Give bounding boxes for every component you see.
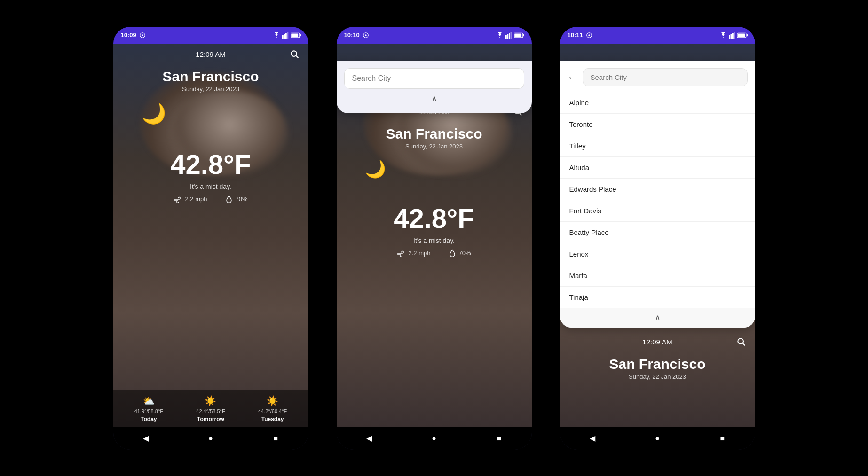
humidity-value-2: 70%: [458, 250, 471, 257]
svg-line-10: [296, 55, 298, 58]
city-item-edwards-place[interactable]: Edwards Place: [560, 179, 755, 200]
search-box-2[interactable]: [344, 68, 524, 89]
battery-icon-1: [291, 32, 301, 38]
battery-icon-2: [514, 32, 524, 38]
city-item-toronto[interactable]: Toronto: [560, 114, 755, 135]
status-bar-2: 10:10: [337, 27, 532, 44]
city-name-3: San Francisco: [569, 356, 746, 372]
status-icons-2: [496, 32, 524, 39]
signal-icon-2: [505, 32, 512, 39]
forecast-today: ⛅ 41.9°/58.8°F Today: [134, 395, 163, 422]
svg-point-31: [738, 338, 743, 344]
search-input-2[interactable]: [352, 74, 516, 83]
nav-back-2[interactable]: ◀: [362, 431, 376, 445]
svg-rect-4: [285, 33, 287, 38]
search-input-3[interactable]: [583, 68, 748, 86]
city-item-fort-davis[interactable]: Fort Davis: [560, 200, 755, 222]
svg-point-9: [291, 51, 297, 56]
city-list-3: Alpine Toronto Titley Altuda Edwards Pla…: [560, 92, 755, 308]
nav-home-2[interactable]: ●: [427, 431, 441, 445]
svg-point-1: [142, 34, 143, 36]
city-item-beatty-place[interactable]: Beatty Place: [560, 222, 755, 243]
svg-rect-25: [730, 34, 732, 38]
nav-back-3[interactable]: ◀: [585, 431, 600, 445]
weather-time-3: 12:09 AM: [642, 338, 672, 346]
back-button-3[interactable]: ←: [568, 72, 577, 83]
city-item-titley[interactable]: Titley: [560, 135, 755, 157]
status-left-3: 10:11: [568, 31, 592, 39]
search-results-overlay-3: ← Alpine Toronto Titley Altuda Edwards P…: [560, 61, 755, 328]
nav-home-3[interactable]: ●: [650, 431, 664, 445]
svg-rect-16: [510, 32, 512, 38]
weather-top-row-1: 12:09 AM: [123, 47, 299, 61]
city-item-tinaja[interactable]: Tinaja: [560, 287, 755, 308]
status-left-2: 10:10: [344, 31, 369, 39]
svg-rect-24: [729, 35, 730, 39]
target-icon-2: [363, 32, 369, 39]
phone-2: 10:10 ∧ 12:09 AM: [337, 27, 532, 450]
weather-desc-1: It's a mist day.: [123, 183, 299, 190]
city-item-altuda[interactable]: Altuda: [560, 157, 755, 179]
nav-recents-2[interactable]: ■: [492, 431, 506, 445]
nav-back-1[interactable]: ◀: [139, 431, 153, 445]
target-icon-3: [586, 32, 592, 39]
search-button-3[interactable]: [736, 337, 746, 349]
status-bar-1: 10:09: [113, 27, 308, 44]
status-time-2: 10:10: [344, 31, 360, 39]
svg-line-21: [519, 113, 521, 115]
forecast-icon-today: ⛅: [143, 395, 155, 406]
wind-value-2: 2.2 mph: [408, 250, 430, 257]
search-header-3: ←: [560, 61, 755, 92]
city-date-3: Sunday, 22 Jan 2023: [569, 373, 746, 380]
status-icons-3: [719, 32, 748, 39]
temperature-1: 42.8°F: [123, 148, 299, 180]
svg-rect-29: [738, 33, 745, 37]
svg-point-12: [365, 34, 367, 36]
signal-icon-1: [282, 32, 289, 39]
weather-content-1: 12:09 AM San Francisco Sunday, 22 Jan 20…: [113, 44, 308, 427]
city-item-marfa[interactable]: Marfa: [560, 265, 755, 287]
svg-point-23: [588, 34, 590, 36]
forecast-icon-tuesday: ☀️: [267, 395, 278, 406]
weather-stats-2: 2.2 mph 70%: [346, 249, 522, 258]
humidity-icon-1: [226, 195, 232, 203]
target-icon-1: [139, 32, 146, 39]
nav-recents-3[interactable]: ■: [715, 431, 729, 445]
phone-1: 10:09 12:09 AM San Francisco: [113, 27, 308, 450]
battery-icon-3: [737, 32, 748, 38]
temperature-2: 42.8°F: [346, 203, 522, 234]
wind-icon-1: [174, 196, 182, 203]
status-icons-1: [273, 32, 301, 39]
svg-rect-19: [523, 34, 524, 36]
collapse-handle-2[interactable]: ∧: [431, 94, 437, 104]
nav-home-1[interactable]: ●: [204, 431, 218, 445]
nav-recents-1[interactable]: ■: [268, 431, 283, 445]
svg-rect-14: [507, 34, 508, 38]
moon-icon-area-1: 🌙: [123, 102, 299, 125]
humidity-stat-2: 70%: [449, 249, 471, 258]
svg-line-32: [742, 343, 745, 345]
nav-bar-3: ◀ ● ■: [560, 427, 755, 450]
svg-rect-27: [734, 32, 735, 38]
svg-rect-8: [300, 34, 300, 36]
svg-rect-15: [509, 33, 510, 38]
wifi-icon-3: [719, 32, 727, 39]
city-name-2: San Francisco: [346, 126, 522, 142]
weather-screen-1: 12:09 AM San Francisco Sunday, 22 Jan 20…: [113, 44, 308, 427]
search-button-1[interactable]: [290, 49, 299, 61]
city-name-1: San Francisco: [123, 69, 299, 85]
svg-rect-13: [505, 35, 507, 39]
screens-container: 10:09 12:09 AM San Francisco: [0, 0, 868, 476]
svg-rect-3: [284, 34, 285, 38]
moon-icon-2: 🌙: [365, 159, 386, 179]
city-item-alpine[interactable]: Alpine: [560, 92, 755, 114]
search-overlay-2: ∧: [337, 61, 532, 113]
status-left-1: 10:09: [121, 31, 146, 39]
forecast-temps-tuesday: 44.2°/60.4°F: [258, 408, 287, 414]
results-collapse-3[interactable]: ∧: [560, 308, 755, 328]
forecast-bar-1: ⛅ 41.9°/58.8°F Today ☀️ 42.4°/58.5°F Tom…: [113, 390, 308, 427]
svg-rect-7: [291, 33, 298, 37]
city-item-lenox[interactable]: Lenox: [560, 243, 755, 265]
signal-icon-3: [729, 32, 735, 39]
wifi-icon-1: [273, 32, 280, 39]
